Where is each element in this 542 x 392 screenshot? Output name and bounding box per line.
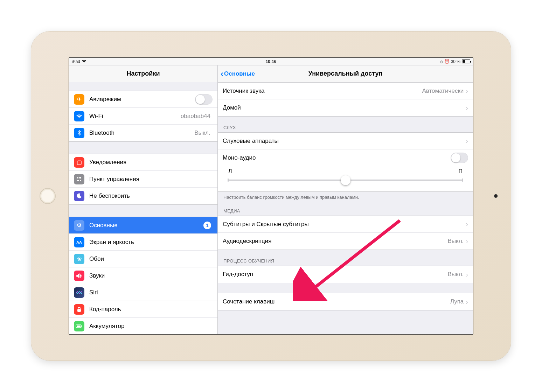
device-label: iPad <box>72 59 80 64</box>
detail-title: Универсальный доступ <box>308 70 383 77</box>
sidebar-item-battery[interactable]: Аккумулятор <box>69 318 217 334</box>
svg-rect-7 <box>77 326 81 327</box>
detail-group-hearing: Слуховые аппараты › Моно-аудио Л <box>218 132 473 192</box>
sidebar-item-wallpaper[interactable]: ❀ Обои <box>69 251 217 267</box>
row-value: Выкл. <box>447 271 464 278</box>
sidebar-item-sounds[interactable]: Звуки <box>69 267 217 284</box>
slider-knob[interactable] <box>341 175 350 185</box>
row-label: Слуховые аппараты <box>223 138 466 145</box>
siri-icon <box>74 287 84 298</box>
svg-rect-6 <box>82 326 82 327</box>
row-value: Выкл. <box>447 238 464 245</box>
row-audio-balance: Л П <box>218 166 473 191</box>
section-header-learning: ПРОЦЕСС ОБУЧЕНИЯ <box>218 250 473 266</box>
sidebar-item-label: Аккумулятор <box>89 323 213 330</box>
ipad-frame: iPad 10:16 ⦸ ⏰ 30 % Настройки <box>31 31 511 360</box>
sidebar-item-label: Авиарежим <box>89 96 195 103</box>
battery-icon <box>74 321 84 331</box>
row-accessibility-shortcut[interactable]: Сочетание клавиш Лупа › <box>218 293 473 310</box>
chevron-left-icon: ‹ <box>221 70 223 78</box>
row-label: Моно-аудио <box>223 154 451 161</box>
svg-rect-1 <box>79 177 81 178</box>
sidebar-item-label: Код-пароль <box>89 306 213 313</box>
clock: 10:16 <box>204 59 337 64</box>
sidebar-item-label: Siri <box>89 289 213 296</box>
sidebar-item-bluetooth[interactable]: Bluetooth Выкл. <box>69 125 217 141</box>
sidebar-item-label: Экран и яркость <box>89 239 213 246</box>
svg-rect-4 <box>77 309 81 312</box>
balance-left-label: Л <box>228 168 232 175</box>
speaker-icon <box>74 271 84 281</box>
back-label: Основные <box>224 70 255 77</box>
home-button[interactable] <box>40 188 56 204</box>
row-label: Гид-доступ <box>223 271 447 278</box>
sidebar-item-label: Bluetooth <box>89 130 194 136</box>
bluetooth-icon <box>74 128 84 138</box>
sidebar-group-connectivity: ✈ Авиарежим Wi-Fi obaobab44 <box>69 91 217 142</box>
sidebar-group-alerts: ▢ Уведомления Пункт управления <box>69 154 217 205</box>
chevron-right-icon: › <box>466 237 468 245</box>
status-bar: iPad 10:16 ⦸ ⏰ 30 % <box>69 58 473 65</box>
row-value: Автоматически <box>422 88 464 94</box>
svg-point-0 <box>77 177 78 178</box>
sidebar-item-label: Уведомления <box>89 159 213 166</box>
detail-header: ‹ Основные Универсальный доступ <box>218 65 473 82</box>
chevron-right-icon: › <box>466 87 468 95</box>
row-mono-audio[interactable]: Моно-аудио <box>218 149 473 166</box>
svg-point-2 <box>80 180 81 181</box>
sidebar-item-airplane[interactable]: ✈ Авиарежим <box>69 91 217 108</box>
sidebar-item-passcode[interactable]: Код-пароль <box>69 301 217 318</box>
chevron-right-icon: › <box>466 104 468 112</box>
balance-slider[interactable] <box>228 180 463 181</box>
detail-scroll[interactable]: Источник звука Автоматически › Домой › С… <box>218 82 473 334</box>
row-home[interactable]: Домой › <box>218 99 473 116</box>
chevron-right-icon: › <box>466 220 468 228</box>
row-label: Сочетание клавиш <box>223 298 450 305</box>
sidebar-item-wifi[interactable]: Wi-Fi obaobab44 <box>69 108 217 125</box>
wifi-network-value: obaobab44 <box>181 113 210 120</box>
sidebar-item-siri[interactable]: Siri <box>69 284 217 301</box>
gear-icon: ⚙ <box>74 220 84 231</box>
rotation-lock-icon: ⦸ <box>440 59 443 64</box>
row-label: Домой <box>223 104 466 111</box>
settings-sidebar: Настройки ✈ Авиарежим Wi-Fi <box>69 65 218 334</box>
control-center-icon <box>74 174 84 184</box>
sidebar-item-display[interactable]: AA Экран и яркость <box>69 234 217 251</box>
detail-group-media: Субтитры и Скрытые субтитры › Аудиодескр… <box>218 216 473 250</box>
balance-right-label: П <box>459 168 463 175</box>
front-camera <box>494 194 498 198</box>
wifi-icon <box>74 111 84 121</box>
sidebar-item-notifications[interactable]: ▢ Уведомления <box>69 154 217 171</box>
display-icon: AA <box>74 237 84 247</box>
split-view: Настройки ✈ Авиарежим Wi-Fi <box>69 65 473 334</box>
svg-rect-3 <box>77 180 79 181</box>
row-guided-access[interactable]: Гид-доступ Выкл. › <box>218 266 473 283</box>
row-label: Субтитры и Скрытые субтитры <box>223 221 466 228</box>
wifi-icon <box>82 59 86 64</box>
detail-group-learning: Гид-доступ Выкл. › <box>218 266 473 283</box>
row-label: Аудиодескрипция <box>223 238 447 245</box>
row-audio-description[interactable]: Аудиодескрипция Выкл. › <box>218 233 473 250</box>
row-value: Лупа <box>450 298 464 305</box>
section-footer-hearing: Настроить баланс громкости между левым и… <box>218 192 473 200</box>
airplane-switch[interactable] <box>195 94 213 105</box>
row-audio-source[interactable]: Источник звука Автоматически › <box>218 83 473 99</box>
mono-audio-switch[interactable] <box>451 153 468 163</box>
wallpaper-icon: ❀ <box>74 254 84 264</box>
battery-icon <box>462 59 470 63</box>
back-button[interactable]: ‹ Основные <box>221 65 255 82</box>
sidebar-item-dnd[interactable]: Не беспокоить <box>69 188 217 204</box>
moon-icon <box>74 191 84 201</box>
sidebar-item-label: Wi-Fi <box>89 113 181 120</box>
alarm-icon: ⏰ <box>444 59 450 64</box>
airplane-icon: ✈ <box>74 94 84 105</box>
update-badge: 1 <box>203 222 211 229</box>
sidebar-item-label: Пункт управления <box>89 176 213 183</box>
chevron-right-icon: › <box>466 298 468 306</box>
sidebar-group-device: ⚙ Основные 1 AA Экран и яркость ❀ Обои <box>69 217 217 334</box>
row-subtitles[interactable]: Субтитры и Скрытые субтитры › <box>218 216 473 233</box>
row-hearing-devices[interactable]: Слуховые аппараты › <box>218 133 473 149</box>
sidebar-item-general[interactable]: ⚙ Основные 1 <box>69 217 217 234</box>
chevron-right-icon: › <box>466 137 468 145</box>
sidebar-item-control-center[interactable]: Пункт управления <box>69 171 217 188</box>
